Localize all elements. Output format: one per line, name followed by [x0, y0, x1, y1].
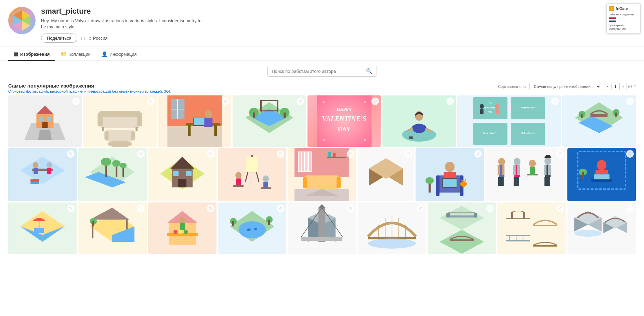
- svg-point-74: [480, 104, 484, 109]
- heart-r1c2[interactable]: ♡: [147, 97, 155, 105]
- thumb-r1c8[interactable]: ♡: [562, 95, 636, 147]
- next-page-button[interactable]: ›: [619, 83, 627, 90]
- thumb-r1c3[interactable]: ♡: [158, 95, 232, 147]
- svg-point-260: [574, 230, 602, 237]
- svg-rect-38: [204, 118, 212, 127]
- svg-rect-115: [246, 157, 258, 172]
- tab-collections[interactable]: 📁 Коллекции: [55, 48, 96, 61]
- svg-rect-83: [581, 114, 583, 118]
- thumb-r2c8[interactable]: ♡: [485, 148, 566, 201]
- svg-point-54: [364, 101, 366, 103]
- thumb-r3c8[interactable]: ♡: [497, 202, 566, 254]
- svg-rect-246: [506, 218, 530, 219]
- thumb-r1c7[interactable]: I'm Valentine's day Valentine's Valentin…: [457, 95, 561, 147]
- thumb-r2c4[interactable]: ♡: [218, 148, 286, 201]
- avatar: [8, 7, 36, 34]
- thumb-r2c6[interactable]: ♡: [358, 148, 414, 201]
- svg-rect-34: [214, 126, 217, 136]
- svg-rect-170: [530, 167, 535, 175]
- svg-rect-100: [116, 165, 117, 177]
- thumb-r2c3[interactable]: ♡: [148, 148, 216, 201]
- thumb-r1c6[interactable]: ♡: [382, 95, 456, 147]
- folder-icon: 📁: [61, 51, 66, 57]
- svg-rect-166: [514, 177, 516, 186]
- heart-r2c5[interactable]: ♡: [347, 150, 354, 158]
- svg-point-171: [544, 157, 551, 165]
- svg-rect-21: [104, 131, 108, 140]
- svg-rect-255: [533, 245, 557, 247]
- search-icon: 🔍: [366, 68, 372, 74]
- svg-rect-174: [544, 165, 547, 175]
- svg-text:HAPPY: HAPPY: [337, 107, 352, 112]
- thumb-r2c1[interactable]: ♡: [8, 148, 77, 201]
- svg-rect-177: [547, 177, 550, 186]
- thumb-r3c1[interactable]: ♡: [8, 202, 77, 254]
- svg-point-118: [263, 175, 269, 182]
- heart-r3c8[interactable]: ♡: [556, 205, 564, 212]
- svg-point-207: [179, 230, 183, 234]
- thumb-r1c4[interactable]: ♡: [233, 95, 306, 147]
- heart-r3c5[interactable]: ♡: [347, 205, 354, 212]
- thumb-r2c2[interactable]: ♡: [78, 148, 146, 201]
- svg-point-214: [247, 228, 251, 231]
- svg-rect-239: [448, 215, 475, 218]
- thumb-r2c7[interactable]: ♡: [416, 148, 484, 201]
- thumb-r3c5[interactable]: ♡: [288, 202, 356, 254]
- svg-text:Valentine's: Valentine's: [483, 132, 498, 135]
- thumb-r3c7[interactable]: ♡: [428, 202, 496, 254]
- search-input[interactable]: [272, 69, 366, 74]
- thumb-r1c1[interactable]: ♡: [8, 95, 82, 147]
- svg-rect-120: [233, 185, 244, 187]
- svg-rect-23: [102, 127, 104, 131]
- svg-point-99: [101, 158, 111, 166]
- globe-link[interactable]: ○ Россия: [89, 35, 108, 41]
- svg-rect-47: [261, 101, 262, 113]
- heart-r2c6[interactable]: ♡: [405, 150, 412, 158]
- svg-point-206: [173, 230, 178, 234]
- heart-r2c8[interactable]: ♡: [556, 150, 564, 158]
- section-title-block: Самые популярные изображения Стоковых фо…: [8, 83, 171, 93]
- svg-rect-192: [34, 228, 44, 233]
- section-header: Самые популярные изображения Стоковых фо…: [0, 79, 644, 95]
- section-subtitle: Стоковых фотографий, векторной графики и…: [8, 89, 171, 93]
- svg-text:VALENTINE'S: VALENTINE'S: [322, 115, 367, 122]
- tab-info-label: Информация: [109, 52, 137, 57]
- svg-rect-158: [498, 165, 500, 175]
- thumb-r3c9[interactable]: ♡: [567, 202, 636, 254]
- tab-images-label: Изображения: [20, 52, 50, 57]
- svg-point-150: [460, 181, 467, 187]
- svg-rect-228: [301, 237, 342, 241]
- svg-text:Valentine's: Valentine's: [521, 132, 535, 135]
- globe-icon: ○: [89, 35, 92, 41]
- svg-rect-248: [523, 212, 525, 219]
- svg-point-154: [425, 177, 434, 184]
- instagram-link[interactable]: □: [81, 35, 84, 41]
- svg-point-215: [254, 228, 257, 230]
- tab-images[interactable]: ▦ Изображения: [8, 48, 55, 61]
- heart-r3c2[interactable]: ♡: [137, 205, 145, 212]
- tab-info[interactable]: 👤 Информация: [96, 48, 142, 61]
- thumb-r3c4[interactable]: ♡: [218, 202, 286, 254]
- thumb-r2c9[interactable]: ♡: [567, 148, 636, 201]
- svg-rect-210: [180, 223, 185, 230]
- heart-r2c2[interactable]: ♡: [137, 150, 145, 158]
- svg-rect-135: [333, 153, 336, 157]
- svg-point-101: [112, 160, 120, 167]
- thumb-r3c6[interactable]: ♡: [358, 202, 426, 254]
- svg-text:I'm: I'm: [489, 102, 492, 104]
- svg-rect-133: [327, 157, 346, 158]
- svg-rect-186: [582, 172, 584, 179]
- thumb-r3c3[interactable]: ♡: [148, 202, 216, 254]
- thumb-r1c2[interactable]: ♡: [83, 95, 157, 147]
- svg-rect-201: [92, 221, 94, 226]
- svg-point-37: [205, 110, 212, 118]
- sort-select[interactable]: Самые популярные изображения: [529, 83, 601, 90]
- instagram-icon: □: [81, 35, 84, 41]
- prev-page-button[interactable]: ‹: [604, 83, 612, 90]
- thumb-r3c2[interactable]: ♡: [78, 202, 146, 254]
- thumb-r1c5[interactable]: HAPPY VALENTINE'S DAY ♡: [307, 95, 381, 147]
- thumb-r2c5[interactable]: ♡: [288, 148, 356, 201]
- tab-collections-label: Коллекции: [68, 52, 91, 57]
- svg-rect-134: [328, 152, 331, 157]
- share-button[interactable]: Поделиться: [41, 34, 77, 43]
